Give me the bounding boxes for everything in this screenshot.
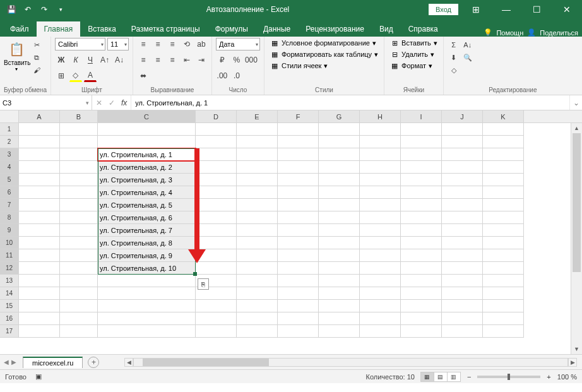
cell[interactable] — [237, 249, 278, 262]
cell[interactable] — [360, 174, 401, 186]
cell[interactable] — [442, 224, 483, 237]
cell[interactable] — [483, 262, 524, 275]
cell[interactable] — [237, 161, 278, 174]
enter-formula-icon[interactable]: ✓ — [109, 98, 115, 107]
underline-button[interactable]: Ч — [84, 54, 97, 66]
cell[interactable] — [401, 186, 442, 199]
ribbon-options-icon[interactable]: ⊞ — [463, 0, 489, 19]
cell[interactable] — [60, 148, 98, 161]
cell[interactable]: ул. Строительная, д. 4 — [98, 186, 196, 199]
cell[interactable] — [483, 136, 524, 148]
cell[interactable] — [237, 237, 278, 249]
decrease-decimal-icon[interactable]: .0 — [230, 69, 243, 82]
cell[interactable] — [60, 287, 98, 300]
cell[interactable] — [442, 136, 483, 148]
cell[interactable] — [442, 211, 483, 224]
cell[interactable] — [319, 211, 360, 224]
cell[interactable] — [196, 262, 237, 275]
cell[interactable] — [483, 148, 524, 161]
cell[interactable] — [442, 148, 483, 161]
cell[interactable] — [237, 136, 278, 148]
cell[interactable] — [401, 148, 442, 161]
cell[interactable] — [442, 300, 483, 312]
cell[interactable] — [19, 287, 60, 300]
orientation-icon[interactable]: ⟲ — [181, 38, 193, 50]
cell[interactable] — [237, 123, 278, 136]
cell[interactable] — [442, 237, 483, 249]
cell[interactable] — [360, 312, 401, 325]
col-header[interactable]: K — [483, 110, 524, 122]
font-color-icon[interactable]: A — [84, 69, 97, 82]
undo-icon[interactable]: ↶ — [21, 3, 34, 16]
add-sheet-button[interactable]: + — [88, 357, 99, 368]
row-header[interactable]: 2 — [0, 136, 19, 148]
format-painter-icon[interactable]: 🖌 — [30, 64, 43, 76]
tab-view[interactable]: Вид — [372, 21, 401, 37]
autofill-options-button[interactable]: ⎘ — [198, 278, 209, 290]
cell[interactable] — [98, 287, 196, 300]
comma-icon[interactable]: 000 — [245, 54, 258, 66]
number-format-combo[interactable]: Дата — [216, 38, 260, 50]
cell[interactable] — [483, 325, 524, 338]
merge-center-icon[interactable]: ⬌ — [137, 69, 150, 82]
cell[interactable] — [278, 237, 319, 249]
scroll-down-icon[interactable]: ▼ — [571, 344, 582, 354]
cell[interactable] — [196, 136, 237, 148]
cell[interactable] — [19, 275, 60, 287]
scrollbar-thumb[interactable] — [143, 359, 269, 366]
cell[interactable] — [98, 300, 196, 312]
cell[interactable] — [442, 325, 483, 338]
cell[interactable] — [60, 123, 98, 136]
cell[interactable] — [360, 224, 401, 237]
select-all-corner[interactable] — [0, 110, 19, 122]
tab-data[interactable]: Данные — [256, 21, 298, 37]
cell[interactable] — [237, 224, 278, 237]
cell[interactable] — [196, 300, 237, 312]
cell[interactable] — [278, 211, 319, 224]
maximize-icon[interactable]: ☐ — [524, 0, 549, 19]
sort-filter-icon[interactable]: A↓ — [461, 39, 474, 50]
cell[interactable] — [278, 174, 319, 186]
cell[interactable] — [360, 237, 401, 249]
cell[interactable] — [319, 325, 360, 338]
cell[interactable] — [319, 199, 360, 211]
cell[interactable]: ул. Строительная, д. 9 — [98, 249, 196, 262]
cell[interactable]: ул. Строительная, д. 3 — [98, 174, 196, 186]
row-header[interactable]: 16 — [0, 312, 19, 325]
row-header[interactable]: 9 — [0, 224, 19, 237]
percent-icon[interactable]: % — [230, 54, 243, 66]
row-header[interactable]: 17 — [0, 325, 19, 338]
cell[interactable] — [98, 312, 196, 325]
cell[interactable] — [19, 186, 60, 199]
close-icon[interactable]: ✕ — [554, 0, 579, 19]
cell[interactable] — [360, 211, 401, 224]
borders-icon[interactable]: ⊞ — [55, 69, 68, 82]
tab-formulas[interactable]: Формулы — [208, 21, 256, 37]
cell[interactable] — [19, 161, 60, 174]
cell[interactable] — [401, 300, 442, 312]
cell[interactable] — [98, 136, 196, 148]
cell[interactable] — [19, 325, 60, 338]
cell[interactable] — [360, 161, 401, 174]
cell[interactable] — [483, 237, 524, 249]
cell[interactable] — [278, 148, 319, 161]
horizontal-scrollbar[interactable]: ◀ ▶ — [124, 358, 577, 367]
cell[interactable] — [442, 161, 483, 174]
page-break-view-icon[interactable]: ▥ — [447, 372, 461, 382]
tab-page-layout[interactable]: Разметка страницы — [124, 21, 208, 37]
tab-insert[interactable]: Вставка — [80, 21, 124, 37]
cell[interactable] — [360, 287, 401, 300]
cell[interactable]: ул. Строительная, д. 10 — [98, 262, 196, 275]
cell[interactable] — [483, 312, 524, 325]
zoom-in-icon[interactable]: + — [547, 373, 550, 381]
cell[interactable] — [237, 174, 278, 186]
cell[interactable] — [19, 148, 60, 161]
tell-me-icon[interactable]: 💡 — [484, 28, 492, 37]
cell-styles-button[interactable]: ▦Стили ячеек▾ — [268, 61, 380, 71]
cell[interactable] — [278, 123, 319, 136]
cell[interactable] — [319, 237, 360, 249]
cell[interactable] — [360, 123, 401, 136]
align-right-icon[interactable]: ≡ — [166, 54, 179, 66]
cell[interactable] — [401, 249, 442, 262]
cell[interactable] — [196, 148, 237, 161]
